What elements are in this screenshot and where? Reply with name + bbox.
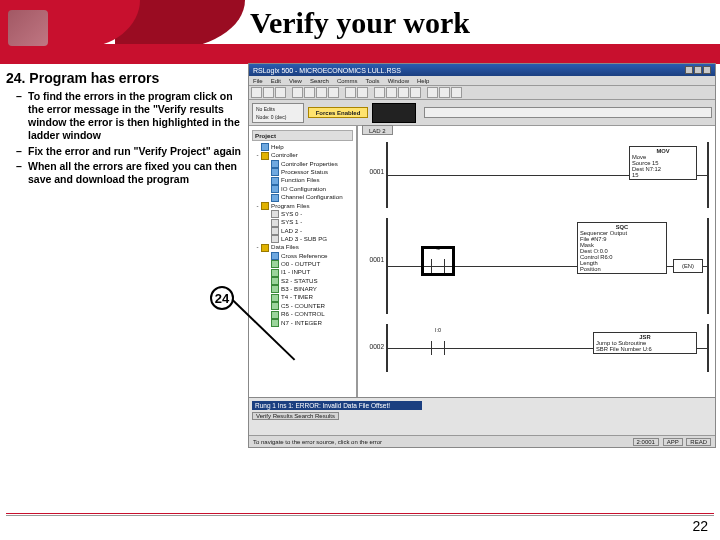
df-icon bbox=[271, 302, 279, 310]
menu-item[interactable]: File bbox=[253, 78, 263, 84]
menu-item[interactable]: Window bbox=[388, 78, 409, 84]
toolbar[interactable] bbox=[249, 86, 715, 100]
bullet-item: Fix the error and run "Verify Project" a… bbox=[18, 145, 246, 158]
tree-item[interactable]: S2 - STATUS bbox=[252, 277, 353, 285]
toolbar-button[interactable] bbox=[304, 87, 315, 98]
df-icon bbox=[271, 277, 279, 285]
folder-icon bbox=[261, 152, 269, 160]
toolbar-button[interactable] bbox=[386, 87, 397, 98]
project-tree[interactable]: Project Help-ControllerController Proper… bbox=[249, 126, 357, 397]
toolbar-button[interactable] bbox=[398, 87, 409, 98]
tree-item[interactable]: SYS 0 - bbox=[252, 210, 353, 218]
ladder-rung[interactable]: 0001 MOV Move Source 15 Dest N7:12 15 bbox=[386, 142, 709, 208]
menu-item[interactable]: Comms bbox=[337, 78, 358, 84]
rung-number: 0001 bbox=[366, 168, 384, 175]
toolbar-button[interactable] bbox=[316, 87, 327, 98]
menu-item[interactable]: Search bbox=[310, 78, 329, 84]
tree-item[interactable]: LAD 3 - SUB PG bbox=[252, 235, 353, 243]
ladder-rung[interactable]: 0001 C SQC Sequencer Output File #N7:9 M… bbox=[386, 218, 709, 314]
tree-item[interactable]: Channel Configuration bbox=[252, 193, 353, 201]
mov-instruction[interactable]: MOV Move Source 15 Dest N7:12 15 bbox=[629, 146, 697, 180]
status-line: Node: 0 (dec) bbox=[256, 114, 300, 120]
tree-item[interactable]: N7 - INTEGER bbox=[252, 319, 353, 327]
tree-item[interactable]: C5 - COUNTER bbox=[252, 302, 353, 310]
toolbar-button[interactable] bbox=[345, 87, 356, 98]
tree-item[interactable]: Help bbox=[252, 143, 353, 151]
tree-item[interactable]: Controller Properties bbox=[252, 160, 353, 168]
ladder-view[interactable]: LAD 2 0001 MOV Move Source 15 Dest N7:12… bbox=[357, 126, 715, 397]
tree-item[interactable]: Function Files bbox=[252, 176, 353, 184]
status-bar: To navigate to the error source, click o… bbox=[249, 435, 715, 447]
window-titlebar[interactable]: RSLogix 500 - MICROECONOMICS LULL.RSS bbox=[249, 64, 715, 76]
toolbar-button[interactable] bbox=[439, 87, 450, 98]
toolbar-button[interactable] bbox=[410, 87, 421, 98]
window-title: RSLogix 500 - MICROECONOMICS LULL.RSS bbox=[253, 67, 401, 74]
ladder-tab[interactable]: LAD 2 bbox=[362, 125, 393, 135]
pf-icon bbox=[271, 210, 279, 218]
maximize-icon[interactable] bbox=[694, 66, 702, 74]
tree-item[interactable]: B3 - BINARY bbox=[252, 285, 353, 293]
forces-enabled-badge[interactable]: Forces Enabled bbox=[308, 107, 368, 118]
menu-item[interactable]: View bbox=[289, 78, 302, 84]
folder-icon bbox=[261, 244, 269, 252]
ladder-preview-icon bbox=[372, 103, 416, 123]
menu-bar[interactable]: File Edit View Search Comms Tools Window… bbox=[249, 76, 715, 86]
slide-title: Verify your work bbox=[0, 0, 720, 48]
tree-item[interactable]: -Program Files bbox=[252, 202, 353, 210]
tree-item[interactable]: IO Configuration bbox=[252, 185, 353, 193]
toolbar-button[interactable] bbox=[292, 87, 303, 98]
footer-rule-2 bbox=[6, 515, 714, 516]
close-icon[interactable] bbox=[703, 66, 711, 74]
sqc-instruction[interactable]: SQC Sequencer Output File #N7:9 Mask Des… bbox=[577, 222, 667, 274]
menu-item[interactable]: Help bbox=[417, 78, 429, 84]
menu-item[interactable]: Edit bbox=[271, 78, 281, 84]
ladder-rung[interactable]: 0002 I:0 JSR Jump to Subroutine SBR File… bbox=[386, 324, 709, 372]
tree-item[interactable]: Cross Reference bbox=[252, 252, 353, 260]
cfg-icon bbox=[271, 168, 279, 176]
tree-item[interactable]: LAD 2 - bbox=[252, 227, 353, 235]
status-cell: READ bbox=[686, 438, 711, 446]
window-controls[interactable] bbox=[684, 66, 711, 75]
pf-icon bbox=[271, 219, 279, 227]
toolbar-button[interactable] bbox=[263, 87, 274, 98]
df-icon bbox=[271, 319, 279, 327]
menu-item[interactable]: Tools bbox=[366, 78, 380, 84]
verify-results-tab[interactable]: Verify Results Search Results bbox=[252, 412, 339, 420]
driver-status-box[interactable] bbox=[424, 107, 712, 118]
tree-item[interactable]: SYS 1 - bbox=[252, 218, 353, 226]
project-root[interactable]: Project bbox=[252, 130, 353, 141]
tree-item[interactable]: R6 - CONTROL bbox=[252, 310, 353, 318]
tree-item[interactable]: -Controller bbox=[252, 151, 353, 159]
bullet-item: When all the errors are fixed you can th… bbox=[18, 160, 246, 186]
verify-error-line[interactable]: Rung 1 Ins 1: ERROR: Invalid Data File O… bbox=[252, 401, 422, 410]
df-icon bbox=[271, 269, 279, 277]
tree-item[interactable]: Processor Status bbox=[252, 168, 353, 176]
minimize-icon[interactable] bbox=[685, 66, 693, 74]
toolbar-button[interactable] bbox=[374, 87, 385, 98]
en-coil[interactable]: (EN) bbox=[673, 259, 703, 273]
cfg-icon bbox=[271, 160, 279, 168]
tree-item[interactable]: T4 - TIMER bbox=[252, 293, 353, 301]
df-icon bbox=[271, 260, 279, 268]
jsr-instruction[interactable]: JSR Jump to Subroutine SBR File Number U… bbox=[593, 332, 697, 354]
toolbar-button[interactable] bbox=[357, 87, 368, 98]
work-area: Project Help-ControllerController Proper… bbox=[249, 126, 715, 397]
verify-results-panel[interactable]: Rung 1 Ins 1: ERROR: Invalid Data File O… bbox=[249, 397, 715, 435]
offline-status-box[interactable]: No Edits Node: 0 (dec) bbox=[252, 103, 304, 123]
status-row: No Edits Node: 0 (dec) Forces Enabled bbox=[249, 100, 715, 126]
tree-item[interactable]: -Data Files bbox=[252, 243, 353, 251]
xic-contact[interactable]: I:0 bbox=[428, 341, 448, 355]
toolbar-button[interactable] bbox=[427, 87, 438, 98]
toolbar-button[interactable] bbox=[451, 87, 462, 98]
section-heading: 24. Program has errors bbox=[6, 70, 246, 86]
cfg-icon bbox=[271, 185, 279, 193]
tree-item[interactable]: I1 - INPUT bbox=[252, 268, 353, 276]
rung-area: 0001 MOV Move Source 15 Dest N7:12 15 00… bbox=[358, 136, 715, 397]
pf-icon bbox=[271, 235, 279, 243]
toolbar-button[interactable] bbox=[275, 87, 286, 98]
toolbar-button[interactable] bbox=[251, 87, 262, 98]
toolbar-button[interactable] bbox=[328, 87, 339, 98]
tree-item[interactable]: O0 - OUTPUT bbox=[252, 260, 353, 268]
rung-number: 0001 bbox=[366, 256, 384, 263]
rung-number: 0002 bbox=[366, 343, 384, 350]
